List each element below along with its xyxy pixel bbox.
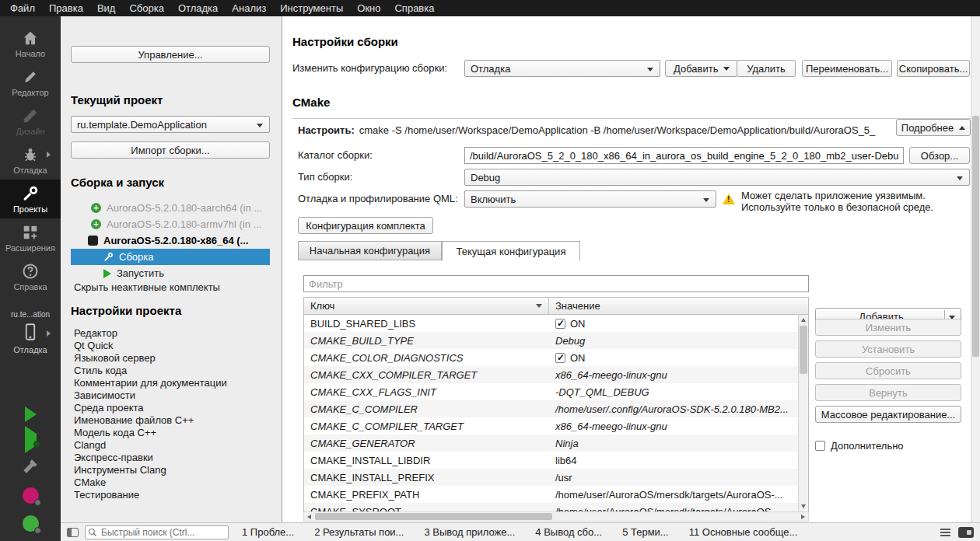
settings-item-editor[interactable]: Редактор	[74, 327, 117, 340]
menu-analyze[interactable]: Анализ	[225, 1, 273, 16]
table-row[interactable]: CMAKE_BUILD_TYPE Debug	[304, 332, 808, 349]
pane-vertical-scrollbar[interactable]	[971, 16, 980, 522]
kit-item-x86-64[interactable]: AuroraOS-5.2.0.180-x86_64 (...	[71, 232, 270, 249]
run-debug-button[interactable]	[25, 434, 37, 445]
browse-button[interactable]: Обзор...	[909, 147, 970, 164]
device-status-icon[interactable]	[23, 515, 39, 532]
sidebar-item-help[interactable]: Справка	[0, 257, 61, 296]
scroll-up-icon[interactable]	[801, 318, 806, 322]
menu-build[interactable]: Сборка	[122, 1, 171, 16]
menu-help[interactable]: Справка	[387, 1, 441, 16]
settings-item-language-server[interactable]: Языковой сервер	[74, 352, 156, 365]
output-pane-terminal[interactable]: 5 Терми...	[615, 525, 676, 539]
checkbox-unchecked-icon[interactable]	[815, 441, 825, 451]
qml-debug-combo[interactable]: Включить	[464, 190, 716, 208]
kit-run-item[interactable]: Запустить	[71, 265, 270, 281]
table-row[interactable]: CMAKE_CXX_FLAGS_INIT -DQT_QML_DEBUG	[304, 383, 808, 400]
scrollbar-thumb[interactable]	[972, 116, 979, 357]
scroll-right-icon[interactable]	[801, 515, 805, 519]
sidebar-item-extensions[interactable]: Расширения	[0, 218, 61, 257]
table-row[interactable]: CMAKE_SYSROOT /home/user/AuroraOS/mersdk…	[304, 503, 808, 511]
build-dir-input[interactable]	[464, 147, 904, 164]
table-row[interactable]: CMAKE_CXX_COMPILER_TARGET x86_64-meego-l…	[304, 366, 808, 383]
sidebar-item-projects[interactable]: Проекты	[0, 180, 61, 218]
kit-item-aarch64[interactable]: AuroraOS-5.2.0.180-aarch64 (in ...	[71, 200, 270, 216]
table-row[interactable]: CMAKE_INSTALL_PREFIX /usr	[304, 469, 808, 486]
settings-item-clangd[interactable]: Clangd	[74, 439, 106, 452]
output-pane-general-messages[interactable]: 11 Основные сообще...	[682, 525, 805, 539]
scroll-down-icon[interactable]	[801, 504, 806, 508]
filter-input[interactable]	[303, 275, 809, 292]
build-type-combo[interactable]: Debug	[464, 169, 970, 186]
add-config-button[interactable]: Добавить	[665, 60, 738, 77]
tab-current-configuration[interactable]: Текущая конфигурация	[442, 241, 580, 261]
settings-item-clang-tools[interactable]: Инструменты Clang	[74, 464, 166, 476]
table-row[interactable]: CMAKE_INSTALL_LIBDIR lib64	[304, 452, 808, 469]
settings-item-cmake[interactable]: CMake	[74, 476, 106, 489]
build-config-combo[interactable]: Отладка	[464, 60, 660, 77]
output-pane-issues[interactable]: 1 Пробле...	[235, 525, 301, 539]
settings-item-cpp-code-model[interactable]: Модель кода C++	[74, 427, 156, 439]
build-hammer-button[interactable]	[21, 457, 40, 476]
kit-item-armv7hl[interactable]: AuroraOS-5.2.0.180-armv7hl (in ...	[71, 216, 270, 232]
emulator-status-icon[interactable]	[23, 487, 39, 504]
tab-initial-configuration[interactable]: Начальная конфигурация	[298, 241, 442, 260]
output-panes-menu-icon[interactable]	[940, 529, 950, 536]
table-row[interactable]: CMAKE_C_COMPILER_TARGET x86_64-meego-lin…	[304, 417, 808, 435]
menu-view[interactable]: Вид	[90, 1, 123, 16]
hide-inactive-kits-link[interactable]: Скрыть неактивные комплекты	[74, 281, 220, 293]
menu-tools[interactable]: Инструменты	[273, 1, 350, 16]
menu-edit[interactable]: Правка	[42, 1, 90, 16]
advanced-checkbox-row[interactable]: Дополнительно	[815, 440, 904, 452]
table-horizontal-scrollbar[interactable]	[303, 511, 809, 522]
edit-variable-button[interactable]: Изменить	[815, 319, 961, 336]
menu-file[interactable]: Файл	[3, 1, 42, 16]
sidebar-item-design[interactable]: Дизайн	[0, 102, 61, 141]
settings-item-environment[interactable]: Среда проекта	[74, 402, 144, 414]
scrollbar-thumb[interactable]	[315, 513, 552, 520]
table-row[interactable]: BUILD_SHARED_LIBS ON	[304, 315, 808, 332]
sidebar-toggle-icon[interactable]	[67, 528, 79, 537]
run-button[interactable]	[25, 407, 37, 422]
table-row[interactable]: CMAKE_COLOR_DIAGNOSTICS ON	[304, 349, 808, 366]
settings-item-dependencies[interactable]: Зависимости	[74, 389, 135, 402]
manage-kits-button[interactable]: Управление...	[71, 46, 270, 63]
settings-item-quick-fixes[interactable]: Экспресс-правки	[74, 452, 153, 464]
set-variable-button[interactable]: Установить	[815, 340, 961, 358]
settings-item-cpp-file-naming[interactable]: Именование файлов C++	[74, 414, 194, 427]
menu-window[interactable]: Окно	[350, 1, 387, 16]
output-pane-compile-output[interactable]: 4 Вывод сбо...	[528, 525, 609, 539]
value-column-header[interactable]: Значение	[549, 298, 808, 314]
table-vertical-scrollbar[interactable]	[798, 315, 808, 511]
revert-variable-button[interactable]: Вернуть	[815, 384, 961, 401]
kit-build-item[interactable]: Сборка	[71, 249, 270, 265]
sidebar-item-debug[interactable]: Отладка	[0, 141, 61, 180]
settings-item-doc-comments[interactable]: Комментарии для документации	[74, 377, 227, 389]
checkbox-checked-icon[interactable]	[555, 319, 565, 329]
details-toggle-button[interactable]: Подробнее	[896, 119, 971, 136]
kit-configuration-button[interactable]: Конфигурация комплекта	[298, 217, 433, 234]
settings-item-code-style[interactable]: Стиль кода	[74, 365, 127, 377]
table-row[interactable]: CMAKE_GENERATOR Ninja	[304, 435, 808, 452]
clone-config-button[interactable]: Скопировать...	[897, 60, 970, 77]
import-build-button[interactable]: Импорт сборки...	[71, 141, 270, 159]
table-row[interactable]: CMAKE_C_COMPILER /home/user/.config/Auro…	[304, 400, 808, 417]
locator-input[interactable]	[85, 525, 229, 539]
scrollbar-thumb[interactable]	[800, 326, 807, 374]
unset-variable-button[interactable]: Сбросить	[815, 362, 961, 379]
menu-debug[interactable]: Отладка	[171, 1, 225, 16]
kit-target-selector[interactable]: ru.te...ation Отладка	[0, 310, 61, 354]
sidebar-item-editor[interactable]: Редактор	[0, 63, 61, 102]
checkbox-checked-icon[interactable]	[555, 353, 565, 363]
remove-config-button[interactable]: Удалить	[737, 60, 796, 77]
scroll-left-icon[interactable]	[307, 515, 311, 519]
rename-config-button[interactable]: Переименовать...	[802, 60, 892, 77]
project-select-combo[interactable]: ru.template.DemoApplication	[71, 116, 270, 133]
settings-item-qtquick[interactable]: Qt Quick	[74, 340, 114, 352]
settings-item-testing[interactable]: Тестирование	[74, 489, 139, 501]
sidebar-item-welcome[interactable]: Начало	[0, 24, 61, 63]
key-column-header[interactable]: Ключ	[304, 298, 549, 314]
table-row[interactable]: CMAKE_PREFIX_PATH /home/user/AuroraOS/me…	[304, 486, 808, 503]
progress-details-icon[interactable]	[958, 527, 974, 538]
output-pane-search-results[interactable]: 2 Результаты пои...	[307, 525, 411, 539]
